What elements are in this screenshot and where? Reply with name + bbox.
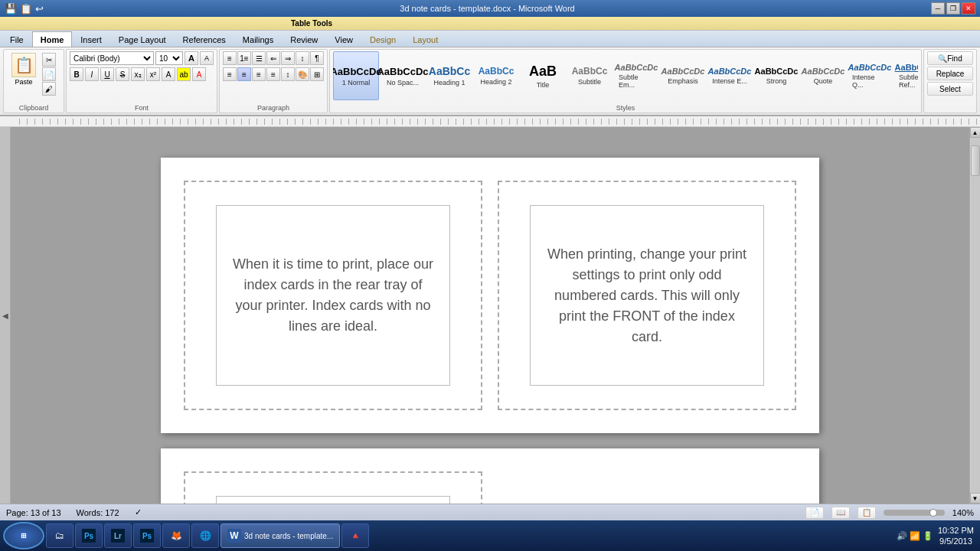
style-heading1[interactable]: AaBbCc Heading 1 <box>426 51 472 100</box>
multilevel-list-button[interactable]: ☰ <box>252 51 266 65</box>
style-heading2[interactable]: AaBbCc Heading 2 <box>473 51 519 100</box>
table-tools-bar: Table Tools <box>0 17 980 31</box>
justify-button[interactable]: ≡ <box>266 67 280 81</box>
cut-button[interactable]: ✂ <box>42 53 56 67</box>
tab-file[interactable]: File <box>2 31 32 47</box>
style-intense-e[interactable]: AaBbCcDc Intense E... <box>707 51 753 100</box>
font-label: Font <box>67 104 217 112</box>
font-size-select[interactable]: 10 <box>155 51 183 65</box>
decrease-indent-button[interactable]: ⇐ <box>266 51 280 65</box>
select-button[interactable]: Select <box>927 82 973 96</box>
style-intense-q[interactable]: AaBbCcDc Intense Q... <box>847 51 893 100</box>
subscript-button[interactable]: x₂ <box>131 67 145 81</box>
align-right-button[interactable]: ≡ <box>252 67 266 81</box>
paragraph-label: Paragraph <box>220 104 327 112</box>
align-center-button[interactable]: ≡ <box>237 67 251 81</box>
style-title[interactable]: AaB Title <box>520 51 566 100</box>
underline-button[interactable]: U <box>100 67 114 81</box>
clipboard-group: 📋 Paste ✂ 📄 🖌 Clipboard <box>3 49 64 113</box>
index-card-1[interactable]: When it is time to print, place our inde… <box>184 181 482 410</box>
style-no-spacing[interactable]: AaBbCcDc No Spac... <box>380 51 426 100</box>
tab-page-layout[interactable]: Page Layout <box>110 31 175 47</box>
style-normal[interactable]: AaBbCcDc 1 Normal <box>333 51 379 100</box>
chrome-icon: 🌐 <box>198 529 212 543</box>
taskbar-photoshop[interactable]: Ps <box>75 523 103 548</box>
page-status: Page: 13 of 13 <box>6 508 61 517</box>
bold-button[interactable]: B <box>70 67 83 81</box>
sort-button[interactable]: ↕ <box>296 51 309 65</box>
zoom-slider[interactable] <box>884 510 945 516</box>
taskbar-firefox[interactable]: 🦊 <box>162 523 190 548</box>
tab-home[interactable]: Home <box>32 31 73 47</box>
view-page-button[interactable]: 📋 <box>858 507 876 519</box>
tab-layout[interactable]: Layout <box>404 31 446 47</box>
style-subtitle[interactable]: AaBbCc Subtitle <box>567 51 612 100</box>
tray-icons: 🔊 📶 🔋 <box>897 531 933 541</box>
scroll-thumb[interactable] <box>971 145 980 176</box>
taskbar-explorer[interactable]: 🗂 <box>46 523 74 548</box>
increase-indent-button[interactable]: ⇒ <box>281 51 295 65</box>
line-spacing-button[interactable]: ↕ <box>281 67 295 81</box>
spell-check-icon[interactable]: ✓ <box>135 507 142 517</box>
numbering-button[interactable]: 1≡ <box>237 51 251 65</box>
superscript-button[interactable]: x² <box>146 67 160 81</box>
taskbar-lightroom[interactable]: Lr <box>104 523 132 548</box>
minimize-button[interactable]: ─ <box>931 2 945 15</box>
firefox-icon: 🦊 <box>169 529 183 543</box>
paste-icon[interactable]: 📋 <box>11 53 36 77</box>
styles-label: Styles <box>330 104 921 112</box>
font-color-button[interactable]: A <box>192 67 206 81</box>
system-clock: 10:32 PM 9/5/2013 <box>938 525 974 547</box>
vertical-scrollbar[interactable]: ▲ ▼ <box>969 127 980 504</box>
bullets-button[interactable]: ≡ <box>223 51 237 65</box>
align-left-button[interactable]: ≡ <box>223 67 237 81</box>
tab-review[interactable]: Review <box>282 31 326 47</box>
font-name-select[interactable]: Calibri (Body) <box>70 51 154 65</box>
scroll-down-button[interactable]: ▼ <box>970 493 981 504</box>
view-reading-button[interactable]: 📖 <box>831 507 850 519</box>
strikethrough-button[interactable]: S <box>116 67 129 81</box>
grow-font-button[interactable]: A <box>185 51 198 65</box>
tab-design[interactable]: Design <box>361 31 404 47</box>
left-sidebar-toggle[interactable]: ◀ <box>0 127 11 504</box>
scroll-up-button[interactable]: ▲ <box>970 127 981 138</box>
taskbar-vlc[interactable]: 🔺 <box>341 523 369 548</box>
tab-mailings[interactable]: Mailings <box>234 31 282 47</box>
text-effects-button[interactable]: A <box>162 67 175 81</box>
card-cell-4-empty <box>490 464 804 504</box>
highlight-button[interactable]: ab <box>177 67 191 81</box>
show-marks-button[interactable]: ¶ <box>310 51 324 65</box>
tab-references[interactable]: References <box>175 31 234 47</box>
taskbar-ps2[interactable]: Ps <box>133 523 161 548</box>
view-normal-button[interactable]: 📄 <box>805 507 824 519</box>
style-subtle-em[interactable]: AaBbCcDc Subtle Em... <box>613 51 659 100</box>
taskbar-chrome[interactable]: 🌐 <box>191 523 219 548</box>
scroll-track <box>971 138 980 493</box>
tab-insert[interactable]: Insert <box>72 31 110 47</box>
shrink-font-button[interactable]: A <box>200 51 214 65</box>
index-card-3[interactable]: When that is done printing, take the sta… <box>184 471 482 504</box>
copy-button[interactable]: 📄 <box>42 67 56 81</box>
format-painter-button[interactable]: 🖌 <box>42 82 56 96</box>
shading-button[interactable]: 🎨 <box>296 67 309 81</box>
style-subtle-ref[interactable]: AaBbCcDc Subtle Ref... <box>893 51 918 100</box>
index-card-inner-1: When it is time to print, place our inde… <box>216 205 450 386</box>
start-button[interactable]: ⊞ <box>3 522 44 549</box>
restore-button[interactable]: ❐ <box>946 2 960 15</box>
style-emphasis[interactable]: AaBbCcDc Emphasis <box>660 51 706 100</box>
zoom-thumb[interactable] <box>929 509 937 517</box>
clock-time: 10:32 PM <box>938 525 974 536</box>
style-strong[interactable]: AaBbCcDc Strong <box>753 51 799 100</box>
card-cell-3: When that is done printing, take the sta… <box>176 464 490 504</box>
italic-button[interactable]: I <box>85 67 99 81</box>
borders-button[interactable]: ⊞ <box>310 67 324 81</box>
close-button[interactable]: ✕ <box>962 2 975 15</box>
styles-group: AaBbCcDc 1 Normal AaBbCcDc No Spac... Aa… <box>329 49 922 113</box>
replace-button[interactable]: Replace <box>927 67 973 80</box>
style-quote[interactable]: AaBbCcDc Quote <box>800 51 846 100</box>
tab-view[interactable]: View <box>326 31 361 47</box>
taskbar-word[interactable]: W 3d note cards - template... <box>220 523 340 548</box>
window-controls[interactable]: ─ ❐ ✕ <box>931 2 975 15</box>
find-button[interactable]: 🔍 Find <box>927 51 973 65</box>
index-card-2[interactable]: When printing, change your print setting… <box>498 181 796 410</box>
